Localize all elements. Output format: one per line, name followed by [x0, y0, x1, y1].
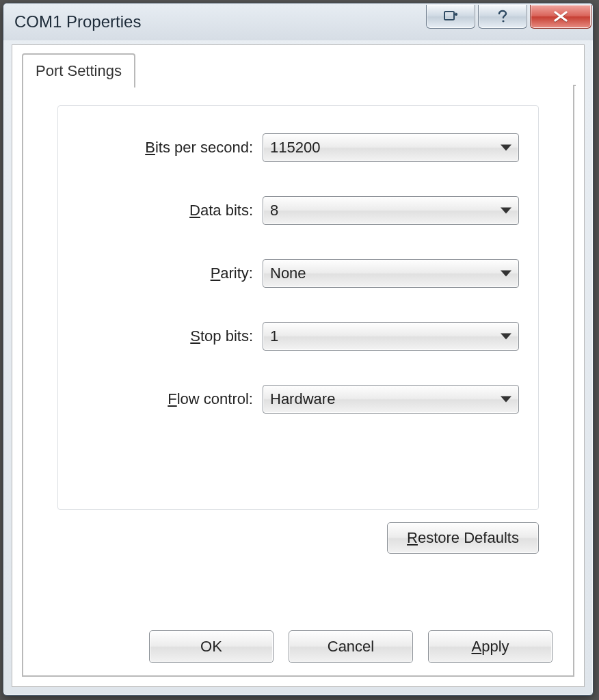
dialog-window: COM1 Properties	[3, 3, 594, 696]
form: Bits per second: 115200 Data bits: 8	[58, 133, 538, 448]
dialog-footer: OK Cancel Apply	[23, 630, 573, 663]
close-button[interactable]	[530, 5, 591, 29]
tab-port-settings[interactable]: Port Settings	[22, 53, 135, 88]
row-data-bits: Data bits: 8	[58, 196, 519, 225]
label-parity: Parity:	[58, 265, 253, 282]
chevron-down-icon	[501, 334, 511, 340]
help-button[interactable]	[478, 5, 527, 29]
restore-defaults-button[interactable]: Restore Defaults	[387, 522, 539, 554]
caption-buttons	[426, 5, 593, 29]
svg-point-1	[502, 20, 504, 22]
tab-mask	[23, 85, 134, 88]
combo-flow-control[interactable]: Hardware	[263, 385, 519, 414]
client-area: Port Settings Bits per second: 115200 Da…	[12, 44, 585, 687]
label-data-bits: Data bits:	[58, 202, 253, 219]
svg-rect-0	[444, 12, 454, 20]
chevron-down-icon	[501, 396, 511, 403]
combo-value: 8	[270, 202, 278, 219]
window-title: COM1 Properties	[14, 12, 141, 31]
question-icon	[497, 10, 508, 23]
titlebar: COM1 Properties	[3, 3, 593, 40]
combo-parity[interactable]: None	[263, 259, 519, 288]
context-help-extra-button[interactable]	[426, 5, 475, 29]
tab-body: Bits per second: 115200 Data bits: 8	[22, 85, 574, 677]
combo-value: None	[270, 265, 306, 282]
label-bits-per-second: Bits per second:	[58, 139, 253, 157]
row-parity: Parity: None	[58, 259, 519, 288]
chevron-down-icon	[501, 145, 511, 151]
row-flow-control: Flow control: Hardware	[58, 385, 519, 414]
combo-stop-bits[interactable]: 1	[263, 322, 519, 351]
chevron-down-icon	[501, 208, 511, 214]
settings-group: Bits per second: 115200 Data bits: 8	[57, 105, 539, 510]
label-stop-bits: Stop bits:	[58, 327, 253, 345]
row-stop-bits: Stop bits: 1	[58, 322, 519, 351]
chevron-down-icon	[501, 271, 511, 277]
close-icon	[553, 11, 568, 22]
apply-button[interactable]: Apply	[428, 630, 553, 663]
combo-bits-per-second[interactable]: 115200	[263, 133, 519, 162]
label-flow-control: Flow control:	[58, 390, 253, 408]
row-bits-per-second: Bits per second: 115200	[58, 133, 519, 162]
ok-button[interactable]: OK	[149, 630, 274, 663]
popup-icon	[444, 10, 457, 23]
combo-value: 1	[270, 327, 278, 345]
combo-value: 115200	[270, 139, 320, 157]
cancel-button[interactable]: Cancel	[289, 630, 413, 663]
combo-data-bits[interactable]: 8	[263, 196, 519, 225]
combo-value: Hardware	[270, 390, 335, 408]
tab-label: Port Settings	[36, 62, 122, 80]
